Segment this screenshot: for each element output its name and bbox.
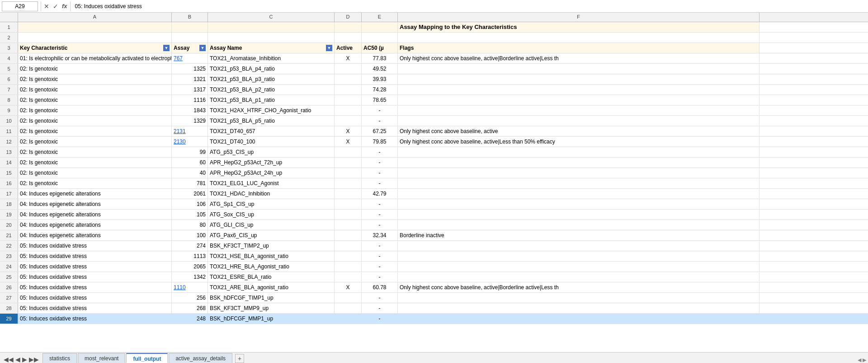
cell-24-d: [335, 262, 362, 272]
cell-reference-box[interactable]: [2, 1, 38, 11]
table-row[interactable]: 2705: Induces oxidative stress256BSK_hDF…: [0, 293, 868, 303]
table-row[interactable]: 1602: Is genotoxic781TOX21_ELG1_LUC_Agon…: [0, 178, 868, 189]
header-key-char: Key Characteristic▼: [18, 43, 172, 53]
filter-icon-0[interactable]: ▼: [163, 45, 170, 51]
row-number-25: 25: [0, 272, 18, 282]
cell-8-d: [335, 95, 362, 105]
tab-nav-prev[interactable]: ◀: [15, 356, 20, 363]
cell-14-c: APR_HepG2_p53Act_72h_up: [208, 158, 335, 167]
formula-sep2: [70, 1, 71, 11]
table-row[interactable]: 1502: Is genotoxic40APR_HepG2_p53Act_24h…: [0, 168, 868, 178]
row-number-3: 3: [0, 43, 18, 53]
tab-nav-right[interactable]: ▶▶: [29, 356, 39, 363]
cell-12-f: Only highest conc above baseline, active…: [398, 137, 760, 147]
table-row[interactable]: 401: Is electrophilic or can be metaboli…: [0, 53, 868, 64]
table-row[interactable]: 1704: Induces epigenetic alterations2061…: [0, 189, 868, 199]
table-row[interactable]: 2605: Induces oxidative stress1110TOX21_…: [0, 282, 868, 293]
row-number-13: 13: [0, 147, 18, 157]
cell-16-c: TOX21_ELG1_LUC_Agonist: [208, 178, 335, 188]
cell-25-b: 1342: [172, 272, 208, 282]
table-row[interactable]: 502: Is genotoxic1325TOX21_p53_BLA_p4_ra…: [0, 64, 868, 74]
col-header-e[interactable]: E: [362, 13, 398, 22]
filter-icon-2[interactable]: ▼: [326, 45, 332, 51]
cell-2-d: [335, 33, 362, 43]
header-active: Active: [335, 43, 362, 53]
tab-nav-next[interactable]: ▶: [22, 356, 27, 363]
cell-27-c: BSK_hDFCGF_TIMP1_up: [208, 293, 335, 303]
cell-12-b[interactable]: 2130: [172, 137, 208, 147]
add-sheet-button[interactable]: +: [235, 354, 244, 363]
sheet-tab-most_relevant[interactable]: most_relevant: [78, 353, 125, 363]
confirm-icon[interactable]: ✓: [53, 3, 58, 10]
cell-26-b[interactable]: 1110: [172, 282, 208, 292]
cell-27-a: 05: Induces oxidative stress: [18, 293, 172, 303]
cancel-icon[interactable]: ✕: [44, 3, 49, 10]
cell-23-d: [335, 251, 362, 261]
table-row[interactable]: 1804: Induces epigenetic alterations106A…: [0, 199, 868, 210]
row-number-21: 21: [0, 230, 18, 240]
sheet-tab-full_output[interactable]: full_output: [126, 353, 168, 363]
spreadsheet-title: Assay Mapping to the Key Characteristics: [398, 22, 760, 32]
table-row[interactable]: 2505: Induces oxidative stress1342TOX21_…: [0, 272, 868, 282]
col-header-c[interactable]: C: [208, 13, 335, 22]
row-number-2: 2: [0, 33, 18, 43]
cell-15-d: [335, 168, 362, 178]
cell-10-f: [398, 116, 760, 126]
table-row[interactable]: 2905: Induces oxidative stress248BSK_hDF…: [0, 314, 868, 324]
cell-12-c: TOX21_DT40_100: [208, 137, 335, 147]
cell-28-e: -: [362, 303, 398, 313]
table-row[interactable]: 1302: Is genotoxic99ATG_p53_CIS_up-: [0, 147, 868, 158]
cell-6-d: [335, 74, 362, 84]
cell-5-c: TOX21_p53_BLA_p4_ratio: [208, 64, 335, 74]
col-header-d[interactable]: D: [335, 13, 362, 22]
sheet-tab-statistics[interactable]: statistics: [42, 353, 77, 363]
table-row[interactable]: 802: Is genotoxic1116TOX21_p53_BLA_p1_ra…: [0, 95, 868, 105]
table-row[interactable]: 902: Is genotoxic1843TOX21_H2AX_HTRF_CHO…: [0, 105, 868, 116]
tab-nav-left[interactable]: ◀◀: [4, 356, 14, 363]
cell-16-d: [335, 178, 362, 188]
cell-23-e: -: [362, 251, 398, 261]
table-row[interactable]: 602: Is genotoxic1321TOX21_p53_BLA_p3_ra…: [0, 74, 868, 85]
header-flags: Flags: [398, 43, 760, 53]
row-num-header: [0, 13, 18, 22]
table-row[interactable]: 2805: Induces oxidative stress268BSK_KF3…: [0, 303, 868, 314]
table-row[interactable]: 2: [0, 33, 868, 43]
filter-icon-1[interactable]: ▼: [199, 45, 206, 51]
table-row[interactable]: 1202: Is genotoxic2130TOX21_DT40_100X79.…: [0, 137, 868, 147]
table-row[interactable]: 1102: Is genotoxic2131TOX21_DT40_657X67.…: [0, 126, 868, 137]
table-row[interactable]: 1904: Induces epigenetic alterations105A…: [0, 210, 868, 220]
cell-11-b[interactable]: 2131: [172, 126, 208, 136]
cell-2-f: [398, 33, 760, 43]
col-header-b[interactable]: B: [172, 13, 208, 22]
row-number-1: 1: [0, 22, 18, 32]
col-header-a[interactable]: A: [18, 13, 172, 22]
table-row[interactable]: 2205: Induces oxidative stress274BSK_KF3…: [0, 241, 868, 251]
col-header-f[interactable]: F: [398, 13, 760, 22]
cell-28-a: 05: Induces oxidative stress: [18, 303, 172, 313]
cell-24-f: [398, 262, 760, 272]
fx-icon[interactable]: fx: [62, 3, 67, 10]
table-row[interactable]: 2104: Induces epigenetic alterations100A…: [0, 230, 868, 241]
cell-1-b: [172, 22, 208, 32]
cell-28-f: [398, 303, 760, 313]
cell-13-c: ATG_p53_CIS_up: [208, 147, 335, 157]
table-row[interactable]: 1002: Is genotoxic1329TOX21_p53_BLA_p5_r…: [0, 116, 868, 126]
cell-5-f: [398, 64, 760, 74]
table-row[interactable]: 3Key Characteristic▼Assay▼Assay Name▼Act…: [0, 43, 868, 53]
formula-input[interactable]: [73, 2, 866, 10]
row-number-5: 5: [0, 64, 18, 74]
cell-8-c: TOX21_p53_BLA_p1_ratio: [208, 95, 335, 105]
cell-22-d: [335, 241, 362, 251]
table-row[interactable]: 2004: Induces epigenetic alterations80AT…: [0, 220, 868, 230]
row-number-7: 7: [0, 85, 18, 95]
cell-4-b[interactable]: 767: [172, 53, 208, 63]
cell-21-f: Borderline inactive: [398, 230, 760, 240]
table-row[interactable]: 2405: Induces oxidative stress2065TOX21_…: [0, 262, 868, 272]
table-row[interactable]: 702: Is genotoxic1317TOX21_p53_BLA_p2_ra…: [0, 85, 868, 95]
table-row[interactable]: 1402: Is genotoxic60APR_HepG2_p53Act_72h…: [0, 158, 868, 168]
table-row[interactable]: 2305: Induces oxidative stress1113TOX21_…: [0, 251, 868, 262]
grid-body[interactable]: 1Assay Mapping to the Key Characteristic…: [0, 22, 868, 352]
table-row[interactable]: 1Assay Mapping to the Key Characteristic…: [0, 22, 868, 33]
cell-2-b: [172, 33, 208, 43]
sheet-tab-active_assay_details[interactable]: active_assay_details: [169, 353, 232, 363]
